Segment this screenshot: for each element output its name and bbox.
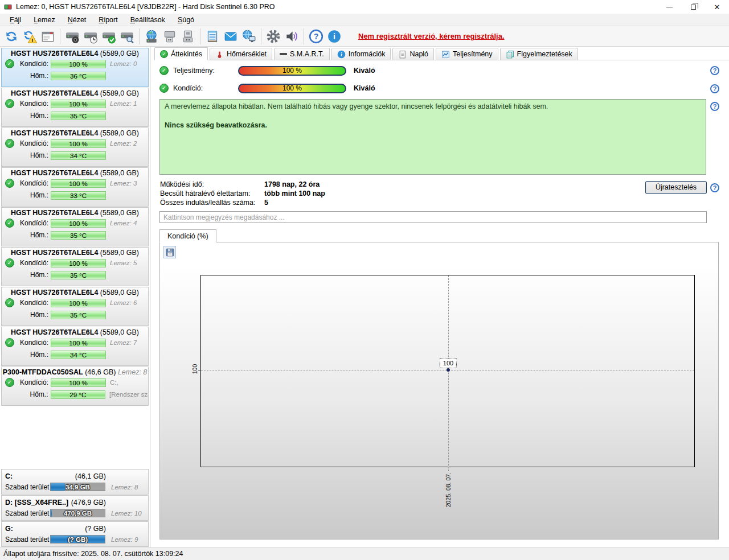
app-icon (3, 2, 13, 11)
info-circle-icon: i (337, 50, 346, 59)
condition-bar: 100 % (51, 259, 106, 267)
close-button[interactable]: ✕ (705, 0, 729, 14)
free-space-label: Szabad terület (5, 509, 50, 517)
disk-ok-icon: ✓ (5, 139, 14, 148)
menu-help[interactable]: Súgó (171, 14, 200, 26)
retest-help-icon[interactable]: ? (710, 183, 719, 192)
tab-overview[interactable]: ✓Áttekintés (154, 47, 208, 60)
menu-file[interactable]: Fájl (3, 14, 27, 26)
network-computer-icon (241, 29, 256, 44)
restore-button[interactable] (681, 0, 705, 14)
log-button[interactable] (203, 27, 222, 46)
partition-list-item[interactable]: D: [SSS_X64FRE..](476,9 GB) Szabad terül… (1, 495, 149, 521)
condition-label: Kondíció: (18, 179, 51, 187)
disk-list-item[interactable]: HGST HUS726T6TALE6L4 (5589,0 GB) ✓ Kondí… (1, 127, 149, 167)
log-notepad-icon (205, 29, 220, 44)
chart-tab-condition[interactable]: Kondíció (%) (159, 229, 216, 242)
tab-smart[interactable]: S.M.A.R.T. (274, 48, 330, 60)
disk-list-item[interactable]: HGST HUS726T6TALE6L4 (5589,0 GB) ✓ Kondí… (1, 207, 149, 246)
status-help-icon[interactable]: ? (710, 102, 719, 111)
tab-performance[interactable]: Teljesítmény (436, 48, 498, 60)
network-disk-button[interactable] (142, 27, 161, 46)
disk-ok-icon: ✓ (5, 258, 14, 267)
temperature-bar: 33 °C (51, 191, 106, 200)
disk-list-item[interactable]: HGST HUS726T6TALE6L4 (5589,0 GB) ✓ Kondí… (1, 88, 149, 127)
tab-log[interactable]: Napló (392, 48, 434, 60)
help-button[interactable]: ? (307, 27, 325, 46)
disk-search-icon (120, 29, 134, 44)
condition-bar: 100 % (51, 139, 106, 148)
refresh-icon (4, 29, 19, 44)
menu-view[interactable]: Nézet (62, 14, 93, 26)
info-button[interactable]: i (325, 27, 343, 46)
disk-list-item[interactable]: P300-MTFDDAC050SAL (46,6 GB) Lemez: 8 ✓ … (1, 367, 149, 406)
disk-speaker-icon (65, 29, 80, 44)
disk-check-button[interactable] (100, 27, 118, 46)
disk-ok-icon: ✓ (5, 378, 14, 387)
temperature-label: Hőm.: (18, 351, 51, 359)
report-icon (40, 29, 55, 44)
chart-data-point (447, 368, 450, 372)
disk-eject-button[interactable] (179, 27, 197, 46)
temperature-label: Hőm.: (18, 72, 51, 80)
disk-clock-button[interactable] (81, 27, 100, 46)
settings-gear-icon (266, 29, 281, 44)
tab-alerts[interactable]: Figyelmeztetések (500, 48, 578, 60)
disk-list-item[interactable]: HGST HUS726T6TALE6L4 (5589,0 GB) ✓ Kondí… (1, 287, 149, 326)
free-space-bar: 470,9 GB (50, 509, 105, 517)
menu-report[interactable]: Riport (92, 14, 124, 26)
network-disk-icon (144, 29, 159, 44)
performance-help-icon[interactable]: ? (710, 66, 719, 75)
mail-button[interactable] (222, 27, 240, 46)
performance-rating: Kiváló (354, 67, 375, 75)
free-space-bar: 34,9 GB (50, 483, 105, 491)
toolbar-separator (200, 28, 200, 44)
report-button[interactable] (39, 27, 57, 46)
disk-list-item[interactable]: HGST HUS726T6TALE6L4 (5589,0 GB) ✓ Kondí… (1, 167, 149, 207)
condition-label: Kondíció: (173, 84, 238, 92)
partition-list-item[interactable]: G:(? GB) Szabad terület (? GB) Lemez: 9 (1, 521, 149, 547)
disk-list-item[interactable]: HGST HUS726T6TALE6L4 (5589,0 GB) ✓ Kondí… (1, 327, 149, 366)
condition-help-icon[interactable]: ? (710, 84, 719, 93)
save-chart-button[interactable] (163, 246, 176, 258)
disk-connector-button[interactable] (161, 27, 179, 46)
minimize-button[interactable] (657, 0, 681, 14)
disk-ok-icon: ✓ (5, 219, 14, 228)
document-icon (398, 50, 407, 59)
lifetime-label: Becsült hátralévő élettartam: (160, 190, 264, 197)
partition-list-item[interactable]: C:(46,1 GB) Szabad terület 34,9 GB Lemez… (1, 469, 149, 495)
menu-settings[interactable]: Beállítások (124, 14, 171, 26)
disk-list-item[interactable]: HGST HUS726T6TALE6L4 (5589,0 GB) ✓ Kondí… (1, 247, 149, 286)
condition-rating: Kiváló (354, 84, 375, 92)
retest-button[interactable]: Újratesztelés (645, 181, 707, 194)
menu-disk[interactable]: Lemez (27, 14, 62, 26)
disk-speaker-button[interactable] (63, 27, 81, 46)
comment-input[interactable] (159, 211, 707, 223)
refresh-warning-button[interactable]: ! (21, 27, 39, 46)
temperature-bar: 29 °C (51, 390, 105, 399)
disk-title: HGST HUS726T6TALE6L4 (5589,0 GB) (2, 89, 148, 97)
temperature-label: Hőm.: (18, 191, 51, 199)
condition-bar: 100 % (238, 84, 346, 93)
temperature-bar: 36 °C (51, 72, 106, 80)
temperature-label: Hőm.: (18, 151, 51, 159)
power-on-time-label: Működési idő: (160, 180, 264, 188)
y-axis-tick-label: 100 (191, 364, 198, 374)
temperature-label: Hőm.: (18, 112, 51, 120)
sound-icon (284, 29, 299, 44)
tab-information[interactable]: iInformációk (331, 48, 391, 60)
condition-ok-icon: ✓ (159, 84, 169, 93)
settings-button[interactable] (264, 27, 282, 46)
refresh-button[interactable] (2, 27, 21, 46)
condition-row: ✓ Kondíció: 100 % Kiváló (159, 83, 375, 93)
registration-link[interactable]: Nem regisztrált verzió, kérem regisztrál… (358, 32, 505, 40)
check-circle-icon: ✓ (160, 50, 168, 58)
tab-temperature[interactable]: Hőmérséklet (210, 48, 272, 60)
condition-bar: 100 % (51, 179, 106, 188)
sound-button[interactable] (282, 27, 301, 46)
disk-search-button[interactable] (118, 27, 136, 46)
partition-list: C:(46,1 GB) Szabad terület 34,9 GB Lemez… (0, 468, 150, 547)
health-status-text: A merevlemez állapota hibátlan. Nem talá… (165, 102, 701, 110)
disk-list-item[interactable]: HGST HUS726T6TALE6L4 (5589,0 GB) ✓ Kondí… (1, 48, 149, 87)
network-computer-button[interactable] (240, 27, 258, 46)
